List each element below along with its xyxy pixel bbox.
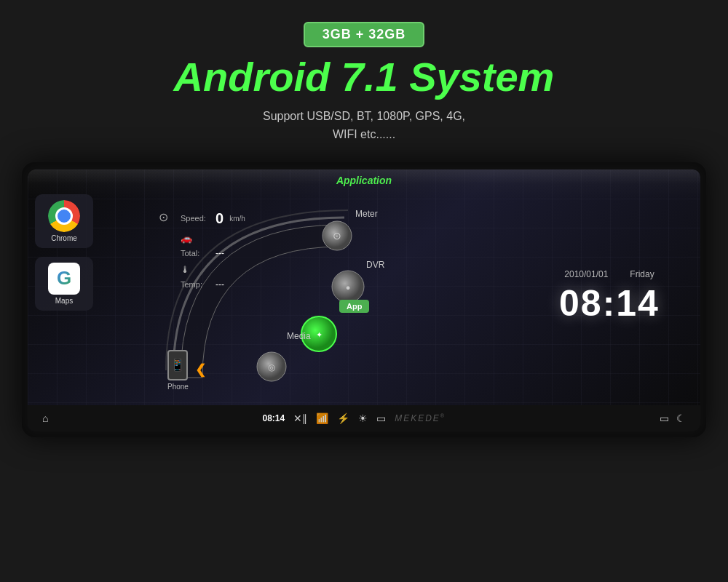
phone-label: Phone	[167, 383, 189, 391]
car-icon: 🚗	[181, 233, 297, 244]
nav-left: ⌂	[42, 412, 48, 424]
signal-icon: ✕∥	[293, 412, 307, 424]
maps-icon-wrap: G	[48, 263, 80, 295]
app-button[interactable]: App	[339, 299, 369, 312]
badge-text: 3GB + 32GB	[323, 27, 406, 41]
nav-right: ▭ ☾	[660, 412, 686, 424]
night-icon[interactable]: ☾	[676, 412, 686, 424]
dvr-label[interactable]: DVR	[366, 260, 384, 270]
nav-center: 08:14 ✕∥ 📶 ⚡ ☀ ▭ MEKEDE®	[262, 412, 446, 424]
media-label[interactable]: Media	[287, 331, 311, 341]
center-dashboard: ⊙ ● ✦ ◎ ❮	[144, 188, 518, 405]
temp-label: Temp:	[181, 280, 210, 289]
speed-unit: km/h	[229, 215, 245, 223]
total-value: ---	[215, 248, 224, 258]
chrome-app-icon[interactable]: Chrome	[35, 194, 93, 248]
temp-icon: 🌡	[181, 264, 297, 275]
maps-app-icon[interactable]: G Maps	[35, 257, 93, 311]
screen-wrapper: Application Chrome G	[22, 162, 706, 437]
nav-bar: ⌂ 08:14 ✕∥ 📶 ⚡ ☀ ▭ MEKEDE® ▭	[28, 405, 700, 431]
subtitle: Support USB/SD, BT, 1080P, GPS, 4G, WIFI…	[263, 107, 465, 144]
brand-text: MEKEDE®	[395, 413, 446, 423]
window-icon[interactable]: ▭	[660, 412, 669, 424]
wifi-icon: 📶	[316, 412, 328, 424]
svg-text:◎: ◎	[268, 362, 275, 372]
temp-value: ---	[215, 279, 224, 290]
brightness-icon: ☀	[358, 412, 368, 424]
maps-icon: G	[57, 267, 71, 290]
svg-text:❮: ❮	[195, 362, 206, 378]
svg-text:⊙: ⊙	[333, 230, 341, 242]
speed-value: 0	[215, 210, 223, 227]
phone-item[interactable]: 📱 Phone	[167, 350, 189, 391]
screen-inner: Application Chrome G	[28, 170, 700, 431]
clock-display: 08:14	[559, 282, 660, 324]
home-icon[interactable]: ⌂	[42, 412, 48, 424]
screen-outer: Application Chrome G	[22, 162, 706, 437]
phone-icon: 📱	[167, 350, 188, 380]
left-sidebar: Chrome G Maps	[28, 188, 144, 405]
date-text: 2010/01/01	[564, 269, 608, 279]
svg-text:●: ●	[346, 283, 351, 292]
temp-row: Temp: ---	[181, 279, 297, 290]
chrome-icon	[48, 200, 80, 232]
bluetooth-icon: ⚡	[337, 412, 349, 424]
total-row: Total: ---	[181, 248, 297, 258]
total-label: Total:	[181, 249, 210, 258]
main-content: Chrome G Maps	[28, 188, 700, 405]
speed-row: Speed: 0 km/h	[181, 210, 297, 227]
app-header: Application	[28, 170, 700, 188]
battery-icon: ▭	[376, 412, 386, 424]
android-ui: Application Chrome G	[28, 170, 700, 431]
top-section: 3GB + 32GB Android 7.1 System Support US…	[0, 0, 728, 155]
info-panel: ⊙ Speed: 0 km/h 🚗 Total: --- 🌡	[181, 210, 297, 295]
speed-indicator-icon: ⊙	[159, 210, 168, 224]
maps-label: Maps	[55, 297, 73, 305]
chrome-label: Chrome	[51, 234, 77, 242]
chrome-icon-wrap	[48, 200, 80, 232]
meter-label[interactable]: Meter	[355, 209, 378, 219]
main-title: Android 7.1 System	[174, 55, 555, 100]
day-text: Friday	[630, 269, 654, 279]
date-row: 2010/01/01 Friday	[564, 269, 654, 279]
speed-label: Speed:	[181, 214, 210, 223]
storage-badge: 3GB + 32GB	[304, 22, 425, 47]
right-panel: 2010/01/01 Friday 08:14	[518, 188, 700, 405]
svg-text:✦: ✦	[316, 330, 323, 339]
app-header-text: Application	[336, 175, 392, 186]
nav-time: 08:14	[262, 413, 285, 423]
